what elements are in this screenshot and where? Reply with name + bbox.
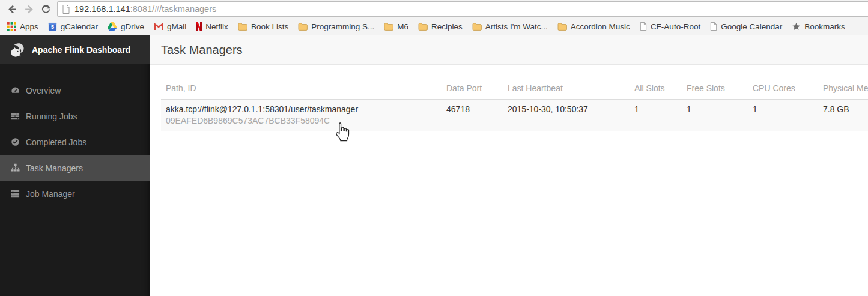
cell-last-heartbeat: 2015-10-30, 10:50:37: [503, 100, 630, 131]
bookmark-m6[interactable]: M6: [379, 19, 413, 34]
page-icon: [710, 22, 717, 31]
sitemap-icon: [11, 163, 20, 172]
browser-toolbar: 192.168.1.141:8081/#/taskmanagers: [0, 0, 868, 18]
sidebar-item-job-manager[interactable]: Job Manager: [0, 181, 150, 207]
sidebar-nav: Overview Running Jobs Completed Jobs Tas…: [0, 77, 150, 207]
bookmark-label: gDrive: [121, 22, 144, 31]
bookmark-apps[interactable]: Apps: [2, 19, 43, 34]
page-header: Task Managers: [150, 35, 868, 65]
sidebar-item-label: Completed Jobs: [26, 137, 86, 147]
bookmark-netflix[interactable]: Netflix: [191, 19, 233, 34]
apps-grid-icon: [7, 22, 16, 31]
check-circle-icon: [11, 137, 20, 146]
netflix-icon: [196, 22, 202, 31]
bookmark-label: Book Lists: [251, 22, 288, 31]
bookmark-label: Artists I'm Watc...: [485, 22, 548, 31]
col-path-id: Path, ID: [161, 77, 442, 100]
refresh-icon: [41, 4, 51, 14]
cell-data-port: 46718: [442, 100, 503, 131]
page-title: Task Managers: [161, 43, 243, 57]
cell-all-slots: 1: [630, 100, 682, 131]
bookmark-recipies[interactable]: Recipies: [413, 19, 467, 34]
bookmark-label: M6: [397, 22, 408, 31]
bookmark-accordion-music[interactable]: Accordion Music: [553, 19, 635, 34]
refresh-button[interactable]: [37, 1, 54, 17]
flink-squirrel-icon: [9, 42, 25, 58]
bookmark-gdrive[interactable]: gDrive: [103, 19, 149, 34]
folder-icon: [384, 23, 393, 31]
sidebar-item-running-jobs[interactable]: Running Jobs: [0, 103, 150, 129]
bookmark-book-lists[interactable]: Book Lists: [233, 19, 293, 34]
table-row-taskmanager[interactable]: akka.tcp://flink@127.0.1.1:58301/user/ta…: [161, 100, 868, 131]
page-icon: [62, 5, 70, 14]
sidebar-item-task-managers[interactable]: Task Managers: [0, 155, 150, 181]
bookmark-label: CF-Auto-Root: [651, 22, 700, 31]
sidebar-item-overview[interactable]: Overview: [0, 77, 150, 103]
cell-path-id: akka.tcp://flink@127.0.1.1:58301/user/ta…: [161, 100, 442, 131]
bookmark-label: Programming S...: [311, 22, 374, 31]
content-area: Path, ID Data Port Last Heartbeat All Sl…: [150, 65, 868, 131]
bookmark-label: gMail: [167, 22, 186, 31]
back-button[interactable]: [4, 1, 20, 17]
sidebar-item-completed-jobs[interactable]: Completed Jobs: [0, 129, 150, 155]
page-icon: [640, 22, 647, 31]
forward-arrow-icon: [23, 4, 35, 15]
bookmark-label: Netflix: [205, 22, 228, 31]
sidebar-item-label: Task Managers: [26, 163, 83, 173]
url-path: :8081/#/taskmanagers: [130, 4, 216, 14]
bookmark-label: Google Calendar: [721, 22, 782, 31]
bookmark-label: Accordion Music: [571, 22, 630, 31]
svg-text:5: 5: [51, 24, 54, 30]
col-cpu-cores: CPU Cores: [748, 77, 818, 100]
main-content: Task Managers Path, ID Data Port Last He…: [150, 35, 868, 296]
brand[interactable]: Apache Flink Dashboard: [0, 35, 150, 64]
bookmark-label: Apps: [20, 22, 38, 31]
sidebar-item-label: Job Manager: [26, 189, 75, 199]
bookmark-artists[interactable]: Artists I'm Watc...: [467, 19, 553, 34]
cell-cpu-cores: 1: [748, 100, 818, 131]
tasks-icon: [11, 112, 20, 121]
url-host: 192.168.1.141: [74, 4, 130, 14]
bookmark-bookmarks[interactable]: Bookmarks: [787, 19, 850, 34]
folder-icon: [472, 23, 482, 31]
taskmanagers-table: Path, ID Data Port Last Heartbeat All Sl…: [161, 77, 868, 131]
star-icon: [792, 22, 801, 31]
bookmark-cf-auto-root[interactable]: CF-Auto-Root: [635, 19, 705, 34]
gcalendar-icon: 5: [48, 22, 57, 31]
folder-icon: [298, 23, 308, 31]
address-bar[interactable]: 192.168.1.141:8081/#/taskmanagers: [57, 1, 868, 17]
cell-free-slots: 1: [682, 100, 748, 131]
back-arrow-icon: [7, 4, 18, 15]
folder-icon: [557, 23, 567, 31]
flink-dashboard: Apache Flink Dashboard Overview Running …: [0, 35, 868, 296]
bookmark-label: Recipies: [431, 22, 463, 31]
bookmarks-bar: Apps 5 gCalendar gDrive gMail Netflix Bo…: [0, 18, 868, 35]
folder-icon: [418, 23, 428, 31]
gdrive-icon: [108, 22, 117, 31]
gmail-icon: [154, 23, 163, 30]
bookmark-google-calendar[interactable]: Google Calendar: [705, 19, 787, 34]
sidebar: Apache Flink Dashboard Overview Running …: [0, 35, 150, 296]
server-icon: [11, 189, 20, 198]
dashboard-icon: [11, 86, 20, 95]
col-data-port: Data Port: [442, 77, 503, 100]
bookmark-programming[interactable]: Programming S...: [293, 19, 379, 34]
cell-physical-memory: 7.8 GB: [818, 100, 868, 131]
forward-button[interactable]: [20, 1, 37, 17]
sidebar-item-label: Running Jobs: [26, 112, 77, 121]
bookmark-label: Bookmarks: [804, 22, 845, 31]
folder-icon: [238, 23, 247, 31]
col-last-heartbeat: Last Heartbeat: [503, 77, 630, 100]
sidebar-item-label: Overview: [26, 86, 61, 95]
taskmanager-path: akka.tcp://flink@127.0.1.1:58301/user/ta…: [166, 104, 437, 115]
table-header-row: Path, ID Data Port Last Heartbeat All Sl…: [161, 77, 868, 100]
bookmark-gcalendar[interactable]: 5 gCalendar: [43, 19, 103, 34]
taskmanager-id: 09EAFED6B9869C573AC7BCB33F58094C: [166, 115, 437, 127]
bookmark-gmail[interactable]: gMail: [149, 19, 191, 34]
col-physical-memory: Physical Memory: [818, 77, 868, 100]
col-all-slots: All Slots: [630, 77, 682, 100]
col-free-slots: Free Slots: [682, 77, 748, 100]
app-title: Apache Flink Dashboard: [32, 45, 130, 55]
bookmark-label: gCalendar: [61, 22, 98, 31]
